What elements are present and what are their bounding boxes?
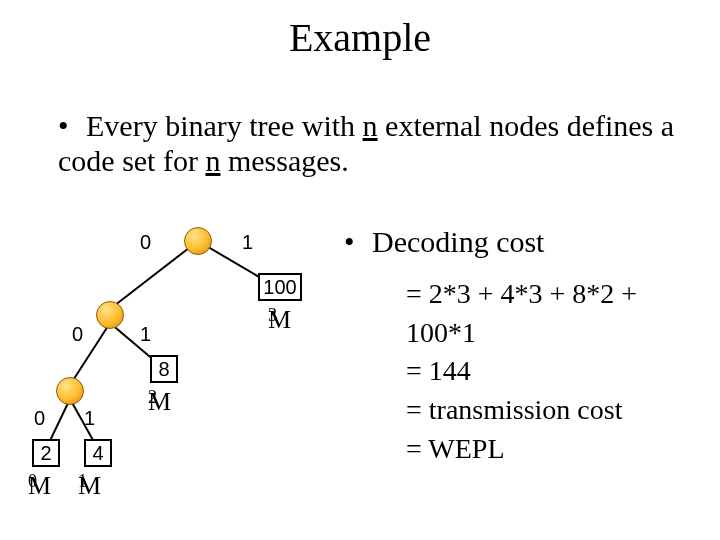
slide: Example •Every binary tree with n extern… [0, 0, 720, 540]
decoding-cost-lines: = 2*3 + 4*3 + 8*2 + 100*1 = 144 = transm… [406, 275, 704, 468]
leaf-2: 2 [32, 439, 60, 467]
leaf-100: 100 [258, 273, 302, 301]
tree-node-root [184, 227, 212, 255]
bullet-n-2: n [205, 144, 220, 177]
tree-node-l2 [96, 301, 124, 329]
bullet-text-post: messages. [220, 144, 348, 177]
edge-label: 1 [140, 323, 151, 346]
cost-line-1: = 2*3 + 4*3 + 8*2 + 100*1 [406, 275, 704, 352]
cost-line-3: = transmission cost [406, 391, 704, 430]
decoding-cost-label: Decoding cost [372, 225, 544, 258]
cost-line-4: = WEPL [406, 430, 704, 469]
svg-line-0 [110, 241, 198, 309]
main-bullet: •Every binary tree with n external nodes… [58, 108, 688, 179]
edge-label: 1 [84, 407, 95, 430]
bullet-text-pre: Every binary tree with [86, 109, 363, 142]
leaf-8: 8 [150, 355, 178, 383]
bullet-dot: • [58, 108, 86, 143]
tree-edges [28, 215, 338, 535]
right-column: •Decoding cost = 2*3 + 4*3 + 8*2 + 100*1… [344, 225, 704, 468]
edge-label: 0 [140, 231, 151, 254]
tree-node-l3 [56, 377, 84, 405]
edge-label: 0 [72, 323, 83, 346]
bullet-n-1: n [363, 109, 378, 142]
binary-tree-diagram: 0 1 0 1 0 1 100 8 2 4 M3 M2 M0 M1 [28, 215, 338, 535]
bullet-dot: • [344, 225, 372, 259]
cost-line-2: = 144 [406, 352, 704, 391]
decoding-cost-head: •Decoding cost [344, 225, 704, 259]
page-title: Example [0, 14, 720, 61]
leaf-4: 4 [84, 439, 112, 467]
edge-label: 0 [34, 407, 45, 430]
edge-label: 1 [242, 231, 253, 254]
